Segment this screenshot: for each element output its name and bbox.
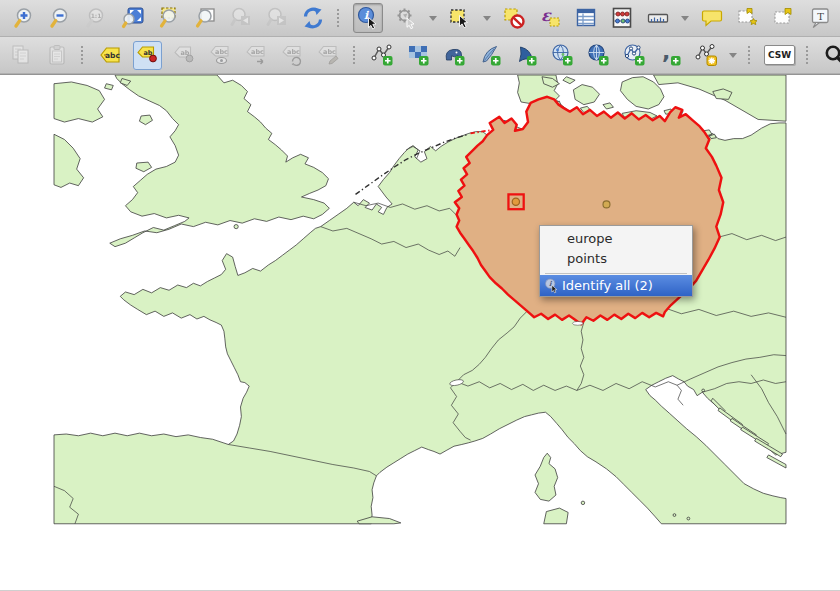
add-postgis-layer-icon[interactable] — [441, 42, 467, 68]
toolbar-separator — [353, 46, 358, 64]
select-features-icon[interactable] — [447, 5, 473, 31]
run-feature-action-icon[interactable] — [393, 5, 419, 31]
zoom-out-icon[interactable] — [48, 5, 74, 31]
svg-text:abc: abc — [251, 48, 264, 56]
identify-context-menu: europe points i Identify all (2) — [539, 225, 693, 297]
islet — [673, 514, 676, 517]
add-wms-layer-icon[interactable] — [549, 42, 575, 68]
zoom-to-layer-icon[interactable] — [192, 5, 218, 31]
add-virtual-layer-icon[interactable] — [693, 42, 719, 68]
toolbar-separator — [337, 9, 342, 27]
toolbar-row-2: abc ab ab abc abc abc abc — [0, 37, 840, 74]
zoom-full-extent-icon[interactable] — [120, 5, 146, 31]
svg-text:abc: abc — [287, 48, 300, 56]
identify-menu-icon: i — [540, 278, 562, 293]
elba — [581, 501, 584, 504]
measure-dropdown[interactable] — [681, 16, 689, 25]
new-bookmark-icon[interactable] — [735, 5, 761, 31]
qgis-window: 1:1 i — [0, 0, 840, 591]
copy-style-icon — [8, 42, 34, 68]
select-by-expression-icon[interactable]: ε — [537, 5, 563, 31]
point-feature-2[interactable] — [603, 201, 610, 208]
menu-item-identify-all[interactable]: i Identify all (2) — [540, 275, 692, 296]
text-annotation-icon[interactable]: T — [807, 5, 833, 31]
rotate-label-icon: abc — [280, 42, 306, 68]
zoom-actual-size-icon: 1:1 — [84, 5, 110, 31]
add-delimited-text-layer-icon[interactable]: , — [657, 42, 683, 68]
show-hide-labels-icon: abc — [208, 42, 234, 68]
svg-text:T: T — [817, 11, 824, 22]
zoom-last-icon — [228, 5, 254, 31]
map-canvas[interactable]: europe points i Identify all (2) — [0, 74, 840, 590]
menu-item-layer-points[interactable]: points — [540, 249, 692, 269]
attribute-table-icon[interactable] — [573, 5, 599, 31]
measure-icon[interactable] — [645, 5, 671, 31]
pin-labels-icon[interactable]: ab — [133, 41, 162, 70]
select-features-dropdown[interactable] — [483, 16, 491, 25]
toolbar-separator — [748, 46, 753, 64]
toolbar-separator — [81, 46, 86, 64]
map-svg — [0, 75, 840, 590]
deselect-features-icon[interactable] — [501, 5, 527, 31]
svg-text:,: , — [662, 39, 670, 64]
identify-features-button[interactable]: i — [353, 3, 383, 33]
menu-item-layer-europe[interactable]: europe — [540, 229, 692, 249]
islet — [687, 517, 690, 520]
map-tips-icon[interactable] — [699, 5, 725, 31]
menu-separator — [545, 273, 687, 274]
svg-text:abc: abc — [323, 48, 336, 56]
add-spatialite-layer-icon[interactable] — [477, 42, 503, 68]
layer-labeling-icon[interactable]: abc — [97, 42, 123, 68]
highlight-pinned-labels-icon: ab — [172, 42, 198, 68]
move-label-icon: abc — [244, 42, 270, 68]
zoom-to-selection-icon[interactable] — [156, 5, 182, 31]
show-bookmarks-icon[interactable] — [771, 5, 797, 31]
identify-all-label: Identify all (2) — [562, 278, 653, 293]
svg-text:abc: abc — [215, 48, 228, 56]
isle-of-wight — [234, 225, 238, 229]
toolbar-separator — [806, 46, 811, 64]
add-mssql-layer-icon[interactable] — [513, 42, 539, 68]
svg-text:1:1: 1:1 — [91, 12, 102, 19]
refresh-icon[interactable] — [300, 5, 326, 31]
search-icon[interactable] — [822, 42, 840, 68]
add-layer-dropdown[interactable] — [729, 53, 737, 62]
zoom-next-icon — [264, 5, 290, 31]
lake-constance — [572, 321, 582, 325]
change-label-icon: abc — [316, 42, 342, 68]
new-shapefile-layer-icon[interactable] — [369, 42, 395, 68]
add-wfs-layer-icon[interactable] — [621, 42, 647, 68]
zoom-in-icon[interactable] — [12, 5, 38, 31]
statistical-summary-icon[interactable] — [609, 5, 635, 31]
svg-text:abc: abc — [105, 51, 120, 60]
feature-action-dropdown[interactable] — [429, 16, 437, 25]
new-spatialite-layer-icon[interactable] — [405, 42, 431, 68]
metasearch-csw-button[interactable]: CSW — [764, 45, 795, 65]
toolbar-row-1: 1:1 i — [0, 0, 840, 37]
point-feature-1[interactable] — [512, 198, 519, 205]
add-wcs-layer-icon[interactable] — [585, 42, 611, 68]
paste-style-icon — [44, 42, 70, 68]
